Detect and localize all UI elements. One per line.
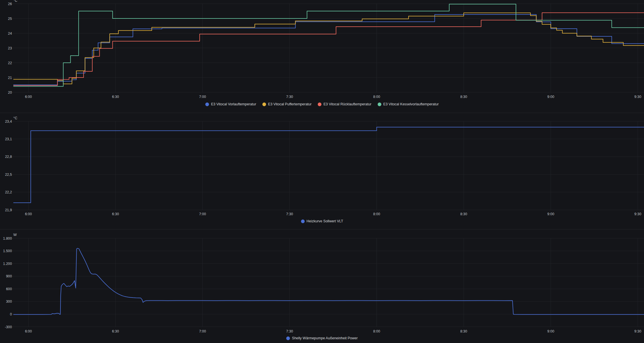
y-axis-tick-label: 22 [8,61,12,65]
temperature-chart-plot: 20212223242526°C6:006:307:007:308:008:30… [0,0,644,113]
x-axis-tick-label: 6:00 [25,95,32,99]
legend-series-dot-icon [262,103,266,106]
legend-series-dot-icon [205,103,209,106]
legend-heizkurve: Heizkurve Sollwert VLT [0,219,644,224]
y-axis-tick-label: 23 [8,46,12,50]
y-axis-tick-label: 20 [8,91,12,95]
legend-item[interactable]: E3 Vitocal Puffertemperatur [262,102,311,107]
x-axis-tick-label: 7:30 [286,95,293,99]
legend-series-dot-icon [378,103,381,106]
legend-series-label: Heizkurve Sollwert VLT [307,219,343,224]
x-axis-tick-label: 8:30 [460,329,467,333]
y-axis-tick-label: 1.800 [3,237,12,240]
panel-heizkurve-sollwert: 21,922,222,522,823,123,4°C6:006:307:007:… [0,113,644,229]
y-axis-tick-label: 21 [8,76,12,80]
y-axis-tick-label: 300 [6,300,12,304]
y-axis-tick-label: -300 [5,325,12,329]
legend-series-label: Shelly Wärmepumpe Außeneinheit Power [292,336,357,341]
x-axis-tick-label: 8:30 [460,212,467,216]
y-axis-tick-label: 22,8 [5,155,12,159]
y-axis-tick-label: 22,5 [5,173,12,177]
legend-series-label: E3 Vitocal Rücklauftemperatur [323,102,371,107]
x-axis-tick-label: 6:30 [112,329,119,333]
legend-item[interactable]: Heizkurve Sollwert VLT [301,219,343,224]
x-axis-tick-label: 7:00 [199,212,206,216]
x-axis-tick-label: 6:00 [25,212,32,216]
legend-series-label: E3 Vitocal Puffertemperatur [268,102,311,107]
x-axis-tick-label: 6:00 [25,329,32,333]
legend-temperatures: E3 Vitocal VorlauftemperaturE3 Vitocal P… [0,102,644,107]
x-axis-tick-label: 9:30 [634,329,641,333]
y-axis-tick-label: 25 [8,17,12,21]
y-axis-tick-label: 26 [8,2,12,6]
x-axis-tick-label: 7:30 [286,329,293,333]
y-axis-tick-label: 21,9 [5,208,12,212]
heizkurve-chart-plot: 21,922,222,522,823,123,4°C6:006:307:007:… [0,113,644,229]
x-axis-tick-label: 8:00 [373,95,380,99]
series-line [13,14,644,85]
y-axis-tick-label: 24 [8,32,12,35]
x-axis-tick-label: 6:30 [112,95,119,99]
panel-shelly-power: -30003006009001.2001.5001.800W6:006:307:… [0,229,644,343]
legend-item[interactable]: E3 Vitocal Kesselvorlauftemperatur [378,102,439,107]
x-axis-tick-label: 8:30 [460,95,467,99]
y-axis-tick-label: 0 [10,312,12,316]
y-axis-tick-label: 900 [6,274,12,278]
x-axis-tick-label: 9:00 [547,95,554,99]
panel-vitocal-temperatures: 20212223242526°C6:006:307:007:308:008:30… [0,0,644,113]
x-axis-tick-label: 9:30 [634,212,641,216]
y-axis-unit-label: °C [13,0,17,3]
series-line [13,127,644,203]
y-axis-tick-label: 1.500 [3,249,12,253]
legend-series-label: E3 Vitocal Kesselvorlauftemperatur [383,102,439,107]
x-axis-tick-label: 8:00 [373,212,380,216]
x-axis-tick-label: 7:00 [199,329,206,333]
x-axis-tick-label: 8:00 [373,329,380,333]
x-axis-tick-label: 6:30 [112,212,119,216]
y-axis-tick-label: 1.200 [3,262,12,266]
series-line [13,4,644,87]
y-axis-unit-label: W [13,233,17,237]
power-chart-plot: -30003006009001.2001.5001.800W6:006:307:… [0,229,644,343]
legend-series-dot-icon [301,219,305,223]
series-line [13,13,644,85]
legend-item[interactable]: E3 Vitocal Rücklauftemperatur [318,102,371,107]
x-axis-tick-label: 9:00 [547,212,554,216]
series-line [13,248,644,314]
y-axis-unit-label: °C [13,116,17,120]
x-axis-tick-label: 9:30 [634,95,641,99]
x-axis-tick-label: 7:00 [199,95,206,99]
legend-series-label: E3 Vitocal Vorlauftemperatur [211,102,256,107]
y-axis-tick-label: 600 [6,287,12,291]
x-axis-tick-label: 9:00 [547,329,554,333]
legend-item[interactable]: E3 Vitocal Vorlauftemperatur [205,102,256,107]
x-axis-tick-label: 7:30 [286,212,293,216]
legend-item[interactable]: Shelly Wärmepumpe Außeneinheit Power [286,336,357,341]
legend-series-dot-icon [286,336,290,340]
legend-series-dot-icon [318,103,321,106]
y-axis-tick-label: 22,2 [5,190,12,194]
y-axis-tick-label: 23,1 [5,137,12,141]
legend-power: Shelly Wärmepumpe Außeneinheit Power [0,336,644,341]
y-axis-tick-label: 23,4 [5,120,12,124]
